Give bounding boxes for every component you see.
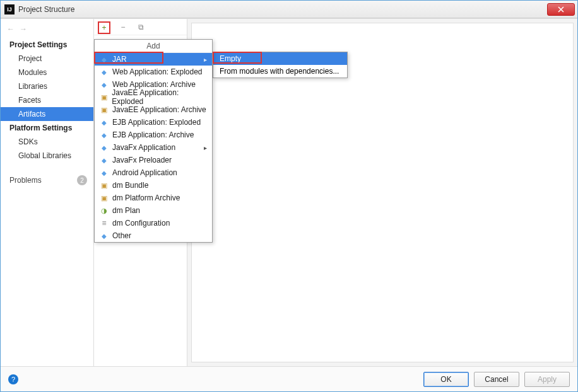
add-menu-item-web-application-exploded[interactable]: Web Application: Exploded bbox=[95, 66, 212, 78]
add-menu-item-ejb-application-exploded[interactable]: EJB Application: Exploded bbox=[95, 116, 212, 129]
add-menu-item-javafx-preloader[interactable]: JavaFx Preloader bbox=[95, 154, 212, 166]
menu-item-label: JavaFx Preloader bbox=[112, 156, 172, 164]
cfg-ico-icon bbox=[100, 219, 109, 228]
sidebar-section-platform-settings: Platform Settings bbox=[1, 121, 93, 135]
blue-dots-icon bbox=[100, 143, 109, 152]
menu-item-label: dm Bundle bbox=[112, 181, 148, 190]
blue-dots-icon bbox=[100, 156, 109, 164]
copy-button[interactable]: ⧉ bbox=[136, 22, 146, 32]
box-ico-icon bbox=[100, 181, 109, 190]
plus-icon: + bbox=[102, 23, 106, 32]
dialog-body: ← → Project Settings Project Modules Lib… bbox=[1, 18, 577, 366]
menu-item-label: JAR bbox=[112, 55, 127, 64]
back-icon[interactable]: ← bbox=[7, 25, 15, 33]
menu-item-label: EJB Application: Archive bbox=[112, 130, 194, 139]
add-menu-item-other[interactable]: Other bbox=[95, 229, 212, 242]
sidebar-item-artifacts[interactable]: Artifacts bbox=[1, 107, 93, 121]
artifact-toolbar: + − ⧉ bbox=[94, 19, 187, 35]
sidebar-item-global-libraries[interactable]: Global Libraries bbox=[1, 149, 93, 163]
add-button[interactable]: + bbox=[98, 21, 110, 34]
close-icon bbox=[558, 6, 564, 13]
add-menu-header: Add bbox=[95, 40, 212, 53]
dialog-window: IJ Project Structure ← → Project Setting… bbox=[0, 0, 578, 392]
jar-submenu: EmptyFrom modules with dependencies... bbox=[213, 52, 348, 78]
menu-item-label: JavaEE Application: Exploded bbox=[112, 88, 207, 106]
add-menu-item-dm-plan[interactable]: dm Plan bbox=[95, 204, 212, 217]
close-button[interactable] bbox=[547, 3, 575, 16]
menu-item-label: Android Application bbox=[112, 168, 177, 177]
menu-item-label: Other bbox=[112, 231, 131, 240]
dialog-footer: ? OK Cancel Apply bbox=[1, 366, 577, 391]
submenu-arrow-icon: ▸ bbox=[204, 144, 207, 151]
blue-dots-icon bbox=[100, 55, 109, 64]
apply-button[interactable]: Apply bbox=[524, 372, 570, 387]
cancel-button[interactable]: Cancel bbox=[474, 372, 519, 387]
add-menu-item-android-application[interactable]: Android Application bbox=[95, 166, 212, 179]
app-icon: IJ bbox=[4, 4, 15, 14]
blue-dots-icon bbox=[100, 67, 109, 76]
forward-icon[interactable]: → bbox=[20, 25, 27, 33]
add-menu-item-dm-bundle[interactable]: dm Bundle bbox=[95, 179, 212, 192]
sidebar-item-facets[interactable]: Facets bbox=[1, 93, 93, 107]
problems-label: Problems bbox=[9, 176, 42, 185]
sidebar: ← → Project Settings Project Modules Lib… bbox=[1, 19, 94, 366]
box-ico-icon bbox=[100, 193, 109, 202]
add-menu-item-javafx-application[interactable]: JavaFx Application▸ bbox=[95, 141, 212, 154]
menu-item-label: JavaFx Application bbox=[112, 143, 175, 152]
add-artifact-menu: Add JAR▸Web Application: ExplodedWeb App… bbox=[94, 39, 213, 243]
window-title: Project Structure bbox=[18, 5, 547, 14]
blue-dots-icon bbox=[100, 130, 109, 139]
sidebar-item-sdks[interactable]: SDKs bbox=[1, 135, 93, 149]
remove-button[interactable]: − bbox=[118, 22, 128, 32]
menu-item-label: dm Platform Archive bbox=[112, 193, 180, 202]
nav-history: ← → bbox=[1, 23, 93, 38]
submenu-arrow-icon: ▸ bbox=[204, 56, 207, 63]
blue-dots-icon bbox=[100, 231, 109, 240]
menu-item-label: Web Application: Archive bbox=[112, 80, 196, 89]
add-menu-item-javaee-application-archive[interactable]: JavaEE Application: Archive bbox=[95, 103, 212, 116]
help-button[interactable]: ? bbox=[8, 374, 18, 384]
menu-item-label: dm Configuration bbox=[112, 219, 170, 228]
box-ico-icon bbox=[100, 105, 109, 114]
add-menu-item-dm-configuration[interactable]: dm Configuration bbox=[95, 217, 212, 229]
jar-submenu-item-from-modules-with-dependencies-[interactable]: From modules with dependencies... bbox=[213, 65, 347, 78]
titlebar: IJ Project Structure bbox=[1, 1, 577, 18]
sidebar-item-problems[interactable]: Problems 2 bbox=[1, 173, 93, 188]
add-menu-item-jar[interactable]: JAR▸ bbox=[95, 53, 212, 66]
ok-button[interactable]: OK bbox=[423, 372, 469, 387]
blue-dots-icon bbox=[100, 80, 109, 89]
sidebar-item-project[interactable]: Project bbox=[1, 52, 93, 66]
add-menu-item-javaee-application-exploded[interactable]: JavaEE Application: Exploded bbox=[95, 91, 212, 103]
add-menu-item-ejb-application-archive[interactable]: EJB Application: Archive bbox=[95, 129, 212, 141]
sidebar-item-libraries[interactable]: Libraries bbox=[1, 79, 93, 93]
problems-count-badge: 2 bbox=[77, 175, 87, 185]
jar-submenu-item-empty[interactable]: Empty bbox=[213, 52, 347, 65]
green-ico-icon bbox=[100, 206, 109, 215]
sidebar-section-project-settings: Project Settings bbox=[1, 38, 93, 52]
menu-item-label: Web Application: Exploded bbox=[112, 67, 203, 76]
blue-dots-icon bbox=[100, 118, 109, 127]
menu-item-label: dm Plan bbox=[112, 206, 140, 215]
blue-dots-icon bbox=[100, 168, 109, 177]
box-ico-icon bbox=[100, 93, 108, 101]
menu-item-label: JavaEE Application: Archive bbox=[112, 105, 206, 114]
add-menu-item-dm-platform-archive[interactable]: dm Platform Archive bbox=[95, 192, 212, 204]
sidebar-item-modules[interactable]: Modules bbox=[1, 66, 93, 79]
menu-item-label: EJB Application: Exploded bbox=[112, 118, 201, 127]
